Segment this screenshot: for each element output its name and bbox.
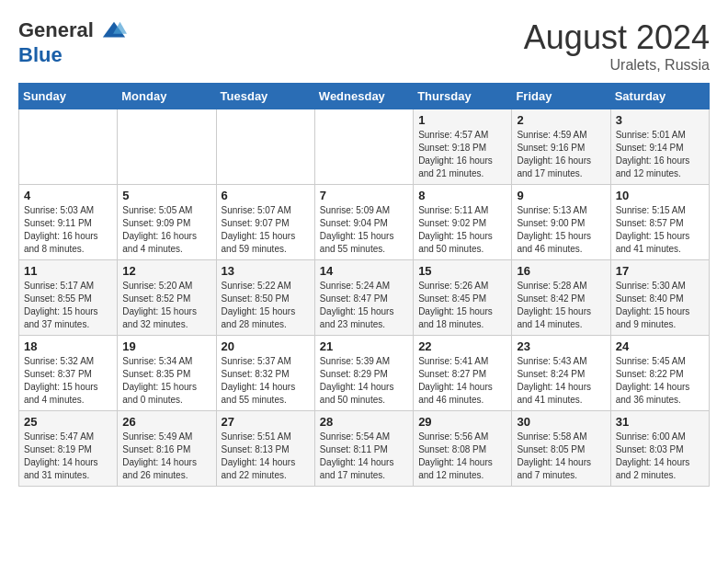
day-number-19: 19: [122, 339, 210, 353]
day-number-22: 22: [418, 339, 506, 353]
day-cell-19: 15Sunrise: 5:26 AM Sunset: 8:45 PM Dayli…: [414, 260, 512, 336]
header-wednesday: Wednesday: [314, 84, 413, 109]
day-number-20: 20: [222, 339, 310, 353]
calendar-header: Sunday Monday Tuesday Wednesday Thursday…: [19, 84, 710, 109]
day-cell-10: 6Sunrise: 5:07 AM Sunset: 9:07 PM Daylig…: [216, 185, 314, 260]
day-cell-9: 5Sunrise: 5:05 AM Sunset: 9:09 PM Daylig…: [118, 185, 216, 260]
day-cell-1: [19, 109, 118, 185]
day-info-26: Sunrise: 5:49 AM Sunset: 8:16 PM Dayligh…: [122, 431, 210, 482]
day-cell-27: 23Sunrise: 5:43 AM Sunset: 8:24 PM Dayli…: [512, 336, 610, 411]
day-info-29: Sunrise: 5:56 AM Sunset: 8:08 PM Dayligh…: [418, 431, 506, 482]
location-title: Uralets, Russia: [524, 57, 710, 74]
day-info-28: Sunrise: 5:54 AM Sunset: 8:11 PM Dayligh…: [320, 431, 408, 482]
day-number-21: 21: [320, 339, 408, 353]
weekday-header-row: Sunday Monday Tuesday Wednesday Thursday…: [19, 84, 710, 109]
day-number-8: 8: [418, 189, 506, 202]
calendar-table: Sunday Monday Tuesday Wednesday Thursday…: [18, 83, 710, 487]
day-number-9: 9: [517, 189, 605, 202]
day-cell-32: 28Sunrise: 5:54 AM Sunset: 8:11 PM Dayli…: [314, 411, 413, 487]
day-info-13: Sunrise: 5:22 AM Sunset: 8:50 PM Dayligh…: [222, 280, 310, 331]
day-info-5: Sunrise: 5:05 AM Sunset: 9:09 PM Dayligh…: [122, 204, 210, 256]
day-cell-14: 10Sunrise: 5:15 AM Sunset: 8:57 PM Dayli…: [610, 185, 709, 260]
day-number-11: 11: [24, 264, 112, 278]
day-cell-33: 29Sunrise: 5:56 AM Sunset: 8:08 PM Dayli…: [414, 411, 512, 487]
day-number-31: 31: [616, 415, 704, 429]
day-number-3: 3: [616, 113, 704, 127]
day-cell-20: 16Sunrise: 5:28 AM Sunset: 8:42 PM Dayli…: [512, 260, 610, 336]
day-info-16: Sunrise: 5:28 AM Sunset: 8:42 PM Dayligh…: [517, 280, 605, 331]
title-section: August 2024 Uralets, Russia: [524, 18, 710, 74]
day-cell-22: 18Sunrise: 5:32 AM Sunset: 8:37 PM Dayli…: [19, 336, 118, 411]
day-cell-15: 11Sunrise: 5:17 AM Sunset: 8:55 PM Dayli…: [19, 260, 118, 336]
day-cell-12: 8Sunrise: 5:11 AM Sunset: 9:02 PM Daylig…: [414, 185, 512, 260]
day-number-13: 13: [222, 264, 310, 278]
day-number-16: 16: [517, 264, 605, 278]
header-monday: Monday: [118, 84, 216, 109]
day-cell-4: [314, 109, 413, 185]
day-info-2: Sunrise: 4:59 AM Sunset: 9:16 PM Dayligh…: [517, 129, 605, 180]
day-cell-11: 7Sunrise: 5:09 AM Sunset: 9:04 PM Daylig…: [314, 185, 413, 260]
day-number-29: 29: [418, 415, 506, 429]
week-row-3: 11Sunrise: 5:17 AM Sunset: 8:55 PM Dayli…: [19, 260, 710, 336]
day-info-22: Sunrise: 5:41 AM Sunset: 8:27 PM Dayligh…: [418, 355, 506, 407]
week-row-5: 25Sunrise: 5:47 AM Sunset: 8:19 PM Dayli…: [19, 411, 710, 487]
day-number-4: 4: [24, 189, 112, 202]
day-cell-17: 13Sunrise: 5:22 AM Sunset: 8:50 PM Dayli…: [216, 260, 314, 336]
day-info-12: Sunrise: 5:20 AM Sunset: 8:52 PM Dayligh…: [122, 280, 210, 331]
day-number-2: 2: [517, 113, 605, 127]
day-info-20: Sunrise: 5:37 AM Sunset: 8:32 PM Dayligh…: [222, 355, 310, 407]
day-number-7: 7: [320, 189, 408, 202]
day-info-8: Sunrise: 5:11 AM Sunset: 9:02 PM Dayligh…: [418, 204, 506, 256]
day-info-25: Sunrise: 5:47 AM Sunset: 8:19 PM Dayligh…: [24, 431, 112, 482]
logo-blue: Blue: [18, 43, 63, 66]
day-number-15: 15: [418, 264, 506, 278]
day-number-17: 17: [616, 264, 704, 278]
logo-icon: [101, 18, 127, 44]
day-cell-34: 30Sunrise: 5:58 AM Sunset: 8:05 PM Dayli…: [512, 411, 610, 487]
day-cell-30: 26Sunrise: 5:49 AM Sunset: 8:16 PM Dayli…: [118, 411, 216, 487]
day-info-10: Sunrise: 5:15 AM Sunset: 8:57 PM Dayligh…: [616, 204, 704, 256]
day-info-23: Sunrise: 5:43 AM Sunset: 8:24 PM Dayligh…: [517, 355, 605, 407]
day-info-31: Sunrise: 6:00 AM Sunset: 8:03 PM Dayligh…: [616, 431, 704, 482]
day-info-19: Sunrise: 5:34 AM Sunset: 8:35 PM Dayligh…: [122, 355, 210, 407]
day-number-27: 27: [222, 415, 310, 429]
day-number-14: 14: [320, 264, 408, 278]
day-info-27: Sunrise: 5:51 AM Sunset: 8:13 PM Dayligh…: [222, 431, 310, 482]
day-cell-18: 14Sunrise: 5:24 AM Sunset: 8:47 PM Dayli…: [314, 260, 413, 336]
day-number-23: 23: [517, 339, 605, 353]
day-cell-25: 21Sunrise: 5:39 AM Sunset: 8:29 PM Dayli…: [314, 336, 413, 411]
day-info-18: Sunrise: 5:32 AM Sunset: 8:37 PM Dayligh…: [24, 355, 112, 407]
day-info-6: Sunrise: 5:07 AM Sunset: 9:07 PM Dayligh…: [222, 204, 310, 256]
day-cell-3: [216, 109, 314, 185]
month-year-title: August 2024: [524, 18, 710, 57]
week-row-1: 1Sunrise: 4:57 AM Sunset: 9:18 PM Daylig…: [19, 109, 710, 185]
day-number-28: 28: [320, 415, 408, 429]
day-info-14: Sunrise: 5:24 AM Sunset: 8:47 PM Dayligh…: [320, 280, 408, 331]
day-cell-5: 1Sunrise: 4:57 AM Sunset: 9:18 PM Daylig…: [414, 109, 512, 185]
header-tuesday: Tuesday: [216, 84, 314, 109]
day-info-15: Sunrise: 5:26 AM Sunset: 8:45 PM Dayligh…: [418, 280, 506, 331]
day-cell-21: 17Sunrise: 5:30 AM Sunset: 8:40 PM Dayli…: [610, 260, 709, 336]
day-cell-23: 19Sunrise: 5:34 AM Sunset: 8:35 PM Dayli…: [118, 336, 216, 411]
day-number-10: 10: [616, 189, 704, 202]
logo-general: General: [18, 18, 94, 41]
day-cell-8: 4Sunrise: 5:03 AM Sunset: 9:11 PM Daylig…: [19, 185, 118, 260]
day-number-5: 5: [122, 189, 210, 202]
day-number-1: 1: [418, 113, 506, 127]
logo: General Blue: [18, 18, 127, 66]
day-number-25: 25: [24, 415, 112, 429]
day-info-7: Sunrise: 5:09 AM Sunset: 9:04 PM Dayligh…: [320, 204, 408, 256]
day-cell-7: 3Sunrise: 5:01 AM Sunset: 9:14 PM Daylig…: [610, 109, 709, 185]
day-number-24: 24: [616, 339, 704, 353]
day-cell-13: 9Sunrise: 5:13 AM Sunset: 9:00 PM Daylig…: [512, 185, 610, 260]
day-cell-35: 31Sunrise: 6:00 AM Sunset: 8:03 PM Dayli…: [610, 411, 709, 487]
day-cell-6: 2Sunrise: 4:59 AM Sunset: 9:16 PM Daylig…: [512, 109, 610, 185]
day-info-9: Sunrise: 5:13 AM Sunset: 9:00 PM Dayligh…: [517, 204, 605, 256]
day-cell-29: 25Sunrise: 5:47 AM Sunset: 8:19 PM Dayli…: [19, 411, 118, 487]
header-saturday: Saturday: [610, 84, 709, 109]
day-number-30: 30: [517, 415, 605, 429]
page-header: General Blue August 2024 Uralets, Russia: [18, 18, 710, 74]
day-cell-26: 22Sunrise: 5:41 AM Sunset: 8:27 PM Dayli…: [414, 336, 512, 411]
day-info-17: Sunrise: 5:30 AM Sunset: 8:40 PM Dayligh…: [616, 280, 704, 331]
header-sunday: Sunday: [19, 84, 118, 109]
